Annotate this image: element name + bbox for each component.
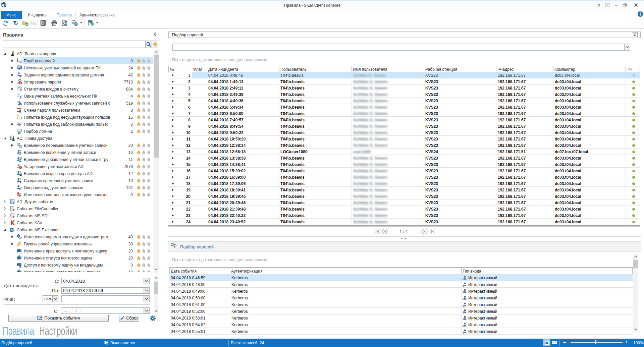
svg-text:1: 1	[20, 60, 21, 62]
svg-text:!: !	[20, 82, 21, 84]
svg-text:1: 1	[174, 245, 175, 247]
svg-text:!: !	[21, 252, 21, 253]
svg-text:!: !	[20, 166, 21, 169]
